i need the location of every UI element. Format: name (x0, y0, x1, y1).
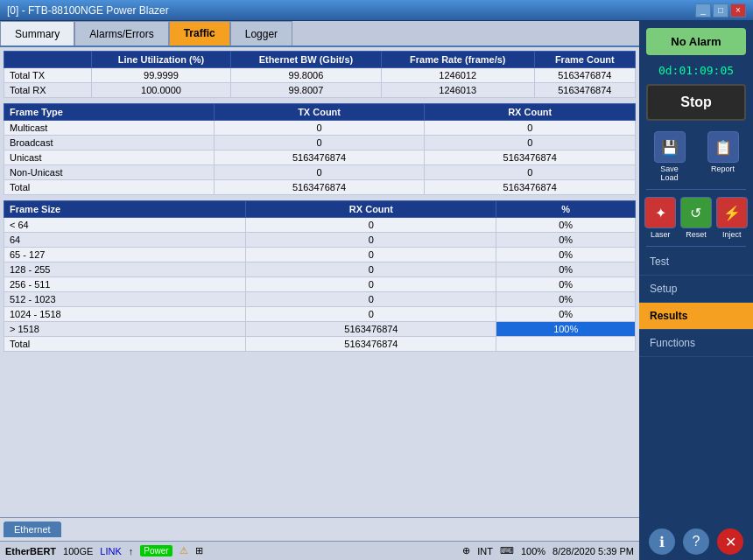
alarm-timer: 0d:01:09:05 (639, 62, 753, 79)
frame-type-rx: 0 (425, 165, 636, 180)
laser-button[interactable]: ✦ Laser (644, 197, 676, 239)
frame-size-row: 65 - 127 0 0% (4, 248, 636, 262)
col-tx-count: TX Count (214, 104, 425, 121)
frame-type-row: Broadcast 0 0 (4, 136, 636, 150)
save-load-button[interactable]: 💾 Save Load (654, 131, 686, 182)
col-header-bw: Ethernet BW (Gbit/s) (230, 52, 381, 68)
tab-alarms-errors[interactable]: Alarms/Errors (74, 21, 168, 46)
traffic-bw: 99.8006 (230, 68, 381, 83)
traffic-rate: 1246012 (381, 68, 534, 83)
side-nav-item-test[interactable]: Test (639, 248, 753, 276)
help-button[interactable]: ? (683, 528, 709, 555)
frame-size-row: > 1518 5163476874 100% (4, 322, 636, 337)
traffic-count: 5163476874 (534, 68, 635, 83)
frame-size-count: 0 (246, 307, 496, 322)
right-panel: No Alarm 0d:01:09:05 Stop 💾 Save Load 📋 … (639, 21, 753, 560)
status-mode: INT (477, 546, 493, 556)
status-link: LINK (100, 546, 121, 556)
report-button[interactable]: 📋 Report (707, 131, 739, 182)
inject-button[interactable]: ⚡ Inject (716, 197, 748, 239)
traffic-row: Total RX 100.0000 99.8007 1246013 516347… (4, 83, 636, 98)
info-button[interactable]: ℹ (649, 528, 675, 555)
col-frame-type: Frame Type (4, 104, 215, 121)
frame-type-rx: 5163476874 (425, 180, 636, 195)
frame-size-pct: 0% (496, 262, 636, 277)
frame-size-row: 1024 - 1518 0 0% (4, 307, 636, 322)
laser-icon: ✦ (644, 197, 676, 228)
bottom-tabs: Ethernet (0, 517, 639, 541)
frame-type-name: Broadcast (4, 136, 215, 150)
save-icon: 💾 (654, 131, 686, 163)
frame-size-row: 512 - 1023 0 0% (4, 292, 636, 307)
frame-size-count: 5163476874 (246, 322, 496, 337)
frame-size-count: 0 (246, 248, 496, 262)
frame-size-pct: 100% (496, 322, 636, 337)
frame-type-name: Unicast (4, 150, 215, 165)
left-panel: Summary Alarms/Errors Traffic Logger Lin… (0, 21, 639, 560)
side-nav-item-functions[interactable]: Functions (639, 330, 753, 357)
frame-type-row: Unicast 5163476874 5163476874 (4, 150, 636, 165)
minimize-button[interactable]: _ (695, 4, 711, 18)
frame-type-name: Total (4, 180, 215, 195)
frame-type-row: Multicast 0 0 (4, 121, 636, 136)
traffic-row-label: Total RX (4, 83, 92, 98)
frame-size-label: > 1518 (4, 322, 246, 337)
reset-icon: ↺ (680, 197, 712, 228)
frame-size-count: 0 (246, 277, 496, 292)
frame-size-pct (496, 337, 636, 352)
report-icon: 📋 (707, 131, 739, 163)
frame-size-label: 64 (4, 233, 246, 248)
col-header-count: Frame Count (534, 52, 635, 68)
frame-size-row: < 64 0 0% (4, 218, 636, 233)
content-area: Line Utilization (%) Ethernet BW (Gbit/s… (0, 47, 639, 517)
col-rx-count-size: RX Count (246, 201, 496, 218)
frame-type-tx: 0 (214, 121, 425, 136)
frame-type-rx: 5163476874 (425, 150, 636, 165)
status-app: EtherBERT (5, 546, 56, 556)
status-grid-icon: ⊞ (195, 545, 203, 556)
close-button[interactable]: × (730, 4, 746, 18)
side-nav-item-results[interactable]: Results (639, 303, 753, 330)
frame-size-pct: 0% (496, 277, 636, 292)
frame-type-rx: 0 (425, 121, 636, 136)
main-layout: Summary Alarms/Errors Traffic Logger Lin… (0, 21, 753, 560)
col-rx-count: RX Count (425, 104, 636, 121)
exit-button[interactable]: ✕ (717, 528, 743, 555)
window-controls: _ □ × (695, 4, 746, 18)
frame-size-label: Total (4, 337, 246, 352)
stop-button[interactable]: Stop (646, 84, 746, 121)
col-header-rate: Frame Rate (frame/s) (381, 52, 534, 68)
status-up-arrow: ↑ (129, 546, 134, 556)
frame-size-count: 0 (246, 233, 496, 248)
ethernet-tab[interactable]: Ethernet (4, 522, 61, 537)
frame-size-pct: 0% (496, 292, 636, 307)
frame-size-label: 256 - 511 (4, 277, 246, 292)
title-bar-title: [0] - FTB-88100NGE Power Blazer (7, 4, 169, 17)
col-header-util: Line Utilization (%) (92, 52, 231, 68)
status-zoom: 100% (521, 546, 545, 556)
traffic-row-label: Total TX (4, 68, 92, 83)
frame-type-tx: 5163476874 (214, 150, 425, 165)
frame-type-table: Frame Type TX Count RX Count Multicast 0… (4, 103, 636, 195)
traffic-count: 5163476874 (534, 83, 635, 98)
frame-size-label: < 64 (4, 218, 246, 233)
reset-button[interactable]: ↺ Reset (680, 197, 712, 239)
tab-logger[interactable]: Logger (230, 21, 292, 46)
tab-bar: Summary Alarms/Errors Traffic Logger (0, 21, 639, 47)
traffic-rate: 1246013 (381, 83, 534, 98)
tab-traffic[interactable]: Traffic (169, 21, 230, 46)
frame-type-name: Non-Unicast (4, 165, 215, 180)
frame-type-tx: 0 (214, 136, 425, 150)
maximize-button[interactable]: □ (713, 4, 728, 18)
alarm-button[interactable]: No Alarm (646, 28, 746, 55)
frame-size-label: 65 - 127 (4, 248, 246, 262)
bottom-action-icons: ℹ ? ✕ (639, 523, 753, 560)
divider-2 (646, 246, 746, 247)
tab-summary[interactable]: Summary (0, 21, 74, 46)
status-bar: EtherBERT 100GE LINK ↑ Power ⚠ ⊞ ⊕ INT ⌨… (0, 541, 639, 560)
frame-type-row: Non-Unicast 0 0 (4, 165, 636, 180)
frame-size-pct: 0% (496, 218, 636, 233)
side-nav-item-setup[interactable]: Setup (639, 276, 753, 303)
frame-type-rx: 0 (425, 136, 636, 150)
frame-size-table: Frame Size RX Count % < 64 0 0% 64 0 0% … (4, 200, 636, 352)
